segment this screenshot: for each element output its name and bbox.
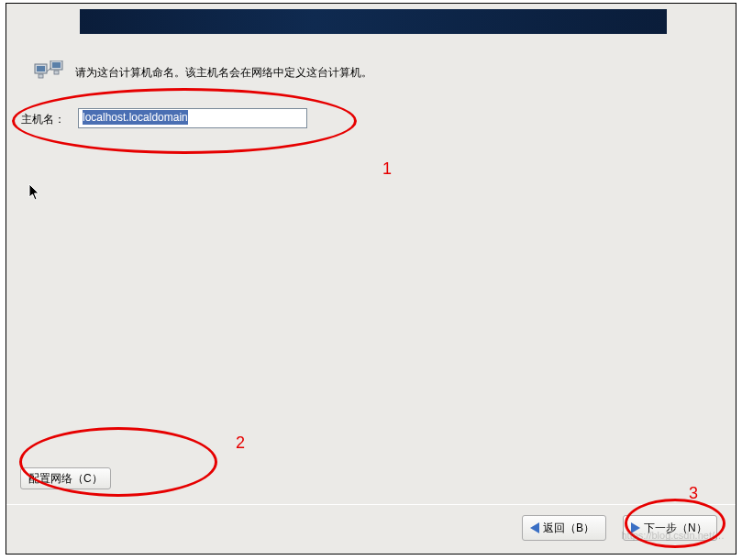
installer-window: 请为这台计算机命名。该主机名会在网络中定义这台计算机。 主机名： localho… [6,3,736,555]
arrow-right-icon [631,522,640,533]
hostname-value: localhost.localdomain [83,110,188,125]
annotation-number-2: 2 [236,434,245,453]
computer-network-icon [34,60,67,81]
annotation-number-1: 1 [382,159,392,179]
mouse-cursor-icon [28,183,41,202]
hostname-input[interactable]: localhost.localdomain [78,108,307,128]
svg-rect-5 [54,71,59,74]
svg-rect-1 [37,66,45,71]
next-button-label: 下一步（N） [644,521,707,536]
back-button[interactable]: 返回（B） [522,515,606,541]
hostname-label: 主机名： [21,112,65,127]
arrow-left-icon [530,522,539,533]
next-button[interactable]: 下一步（N） [623,515,717,541]
instruction-text: 请为这台计算机命名。该主机名会在网络中定义这台计算机。 [75,65,372,81]
back-button-label: 返回（B） [543,521,594,536]
configure-network-button[interactable]: 配置网络（C） [20,467,111,489]
separator [6,504,736,505]
header-banner [80,9,667,34]
svg-rect-2 [39,74,43,78]
svg-rect-4 [52,62,61,68]
annotation-number-3: 3 [689,484,698,503]
